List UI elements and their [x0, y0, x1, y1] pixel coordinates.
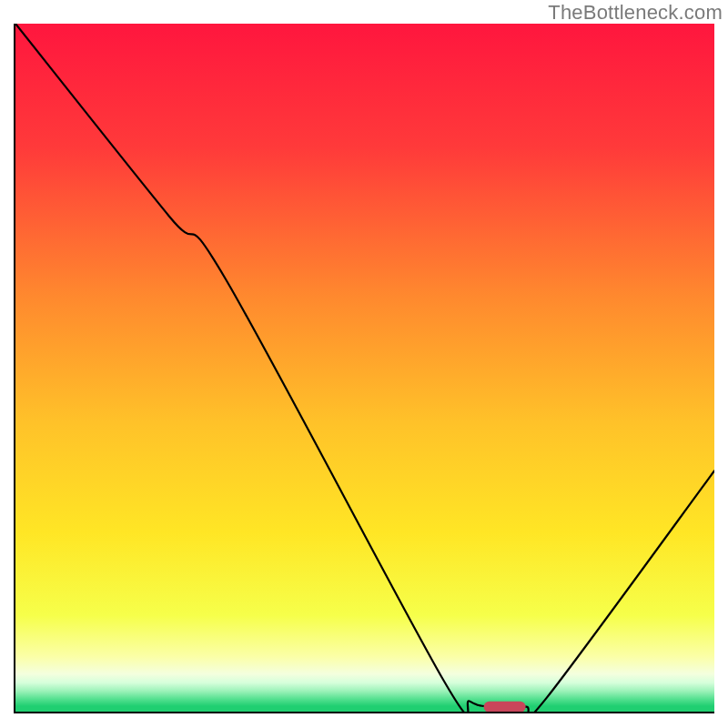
- watermark-text: TheBottleneck.com: [548, 1, 723, 25]
- axes-frame: [14, 24, 714, 713]
- bottleneck-chart: TheBottleneck.com: [0, 0, 728, 728]
